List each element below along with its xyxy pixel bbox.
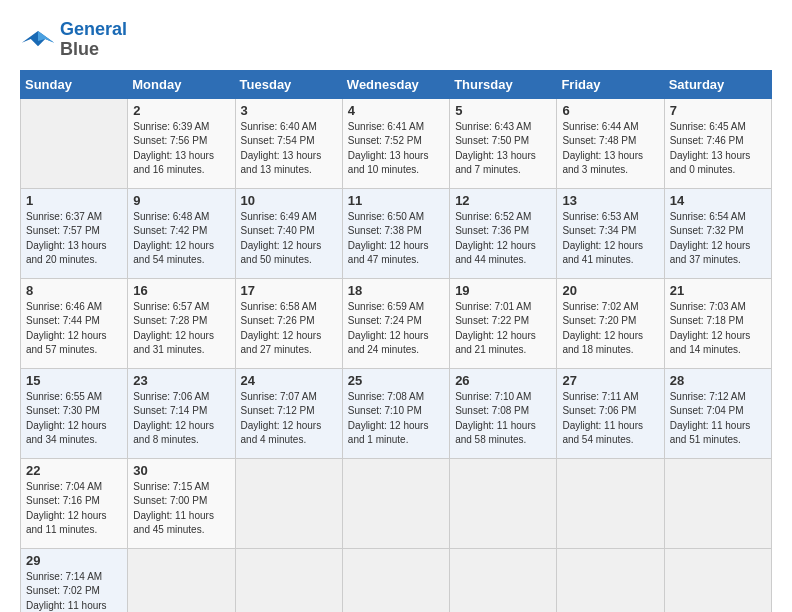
day-number: 14 bbox=[670, 193, 766, 208]
calendar-day-cell: 8Sunrise: 6:46 AMSunset: 7:44 PMDaylight… bbox=[21, 278, 128, 368]
calendar-day-cell: 15Sunrise: 6:55 AMSunset: 7:30 PMDayligh… bbox=[21, 368, 128, 458]
calendar-day-cell: 10Sunrise: 6:49 AMSunset: 7:40 PMDayligh… bbox=[235, 188, 342, 278]
day-info: Sunrise: 6:39 AMSunset: 7:56 PMDaylight:… bbox=[133, 120, 229, 178]
calendar-day-cell bbox=[664, 548, 771, 612]
calendar-day-cell: 21Sunrise: 7:03 AMSunset: 7:18 PMDayligh… bbox=[664, 278, 771, 368]
page-header: GeneralBlue bbox=[20, 20, 772, 60]
day-number: 11 bbox=[348, 193, 444, 208]
day-info: Sunrise: 6:54 AMSunset: 7:32 PMDaylight:… bbox=[670, 210, 766, 268]
day-number: 10 bbox=[241, 193, 337, 208]
calendar-day-cell: 1Sunrise: 6:37 AMSunset: 7:57 PMDaylight… bbox=[21, 188, 128, 278]
calendar-day-cell: 28Sunrise: 7:12 AMSunset: 7:04 PMDayligh… bbox=[664, 368, 771, 458]
day-info: Sunrise: 7:02 AMSunset: 7:20 PMDaylight:… bbox=[562, 300, 658, 358]
calendar-day-cell: 18Sunrise: 6:59 AMSunset: 7:24 PMDayligh… bbox=[342, 278, 449, 368]
calendar-week-row: 22Sunrise: 7:04 AMSunset: 7:16 PMDayligh… bbox=[21, 458, 772, 548]
day-info: Sunrise: 6:45 AMSunset: 7:46 PMDaylight:… bbox=[670, 120, 766, 178]
calendar-day-cell bbox=[235, 548, 342, 612]
calendar-week-row: 8Sunrise: 6:46 AMSunset: 7:44 PMDaylight… bbox=[21, 278, 772, 368]
day-info: Sunrise: 6:41 AMSunset: 7:52 PMDaylight:… bbox=[348, 120, 444, 178]
day-number: 3 bbox=[241, 103, 337, 118]
day-number: 12 bbox=[455, 193, 551, 208]
day-number: 19 bbox=[455, 283, 551, 298]
calendar-day-cell: 6Sunrise: 6:44 AMSunset: 7:48 PMDaylight… bbox=[557, 98, 664, 188]
day-info: Sunrise: 6:55 AMSunset: 7:30 PMDaylight:… bbox=[26, 390, 122, 448]
day-number: 29 bbox=[26, 553, 122, 568]
column-header-thursday: Thursday bbox=[450, 70, 557, 98]
day-number: 25 bbox=[348, 373, 444, 388]
logo-text: GeneralBlue bbox=[60, 20, 127, 60]
column-header-saturday: Saturday bbox=[664, 70, 771, 98]
logo: GeneralBlue bbox=[20, 20, 127, 60]
calendar-week-row: 1Sunrise: 6:37 AMSunset: 7:57 PMDaylight… bbox=[21, 188, 772, 278]
calendar-day-cell: 16Sunrise: 6:57 AMSunset: 7:28 PMDayligh… bbox=[128, 278, 235, 368]
day-info: Sunrise: 6:58 AMSunset: 7:26 PMDaylight:… bbox=[241, 300, 337, 358]
day-info: Sunrise: 6:59 AMSunset: 7:24 PMDaylight:… bbox=[348, 300, 444, 358]
calendar-day-cell bbox=[342, 548, 449, 612]
calendar-day-cell: 25Sunrise: 7:08 AMSunset: 7:10 PMDayligh… bbox=[342, 368, 449, 458]
calendar-week-row: 15Sunrise: 6:55 AMSunset: 7:30 PMDayligh… bbox=[21, 368, 772, 458]
day-number: 16 bbox=[133, 283, 229, 298]
calendar-day-cell bbox=[450, 458, 557, 548]
day-number: 6 bbox=[562, 103, 658, 118]
calendar-day-cell: 11Sunrise: 6:50 AMSunset: 7:38 PMDayligh… bbox=[342, 188, 449, 278]
day-info: Sunrise: 6:52 AMSunset: 7:36 PMDaylight:… bbox=[455, 210, 551, 268]
day-number: 26 bbox=[455, 373, 551, 388]
calendar-day-cell: 24Sunrise: 7:07 AMSunset: 7:12 PMDayligh… bbox=[235, 368, 342, 458]
calendar-day-cell bbox=[557, 548, 664, 612]
day-info: Sunrise: 7:03 AMSunset: 7:18 PMDaylight:… bbox=[670, 300, 766, 358]
column-header-monday: Monday bbox=[128, 70, 235, 98]
calendar-week-row: 29Sunrise: 7:14 AMSunset: 7:02 PMDayligh… bbox=[21, 548, 772, 612]
calendar-day-cell bbox=[450, 548, 557, 612]
calendar-week-row: 2Sunrise: 6:39 AMSunset: 7:56 PMDaylight… bbox=[21, 98, 772, 188]
day-info: Sunrise: 7:07 AMSunset: 7:12 PMDaylight:… bbox=[241, 390, 337, 448]
calendar-day-cell bbox=[235, 458, 342, 548]
column-header-friday: Friday bbox=[557, 70, 664, 98]
day-info: Sunrise: 7:04 AMSunset: 7:16 PMDaylight:… bbox=[26, 480, 122, 538]
calendar-table: SundayMondayTuesdayWednesdayThursdayFrid… bbox=[20, 70, 772, 612]
calendar-day-cell: 22Sunrise: 7:04 AMSunset: 7:16 PMDayligh… bbox=[21, 458, 128, 548]
day-number: 9 bbox=[133, 193, 229, 208]
calendar-day-cell: 5Sunrise: 6:43 AMSunset: 7:50 PMDaylight… bbox=[450, 98, 557, 188]
day-info: Sunrise: 7:15 AMSunset: 7:00 PMDaylight:… bbox=[133, 480, 229, 538]
day-number: 1 bbox=[26, 193, 122, 208]
day-number: 28 bbox=[670, 373, 766, 388]
calendar-day-cell bbox=[128, 548, 235, 612]
column-header-sunday: Sunday bbox=[21, 70, 128, 98]
day-info: Sunrise: 6:53 AMSunset: 7:34 PMDaylight:… bbox=[562, 210, 658, 268]
calendar-day-cell: 29Sunrise: 7:14 AMSunset: 7:02 PMDayligh… bbox=[21, 548, 128, 612]
day-number: 27 bbox=[562, 373, 658, 388]
calendar-day-cell: 19Sunrise: 7:01 AMSunset: 7:22 PMDayligh… bbox=[450, 278, 557, 368]
day-number: 21 bbox=[670, 283, 766, 298]
logo-icon bbox=[20, 26, 56, 54]
day-number: 15 bbox=[26, 373, 122, 388]
day-number: 13 bbox=[562, 193, 658, 208]
column-header-wednesday: Wednesday bbox=[342, 70, 449, 98]
day-info: Sunrise: 6:57 AMSunset: 7:28 PMDaylight:… bbox=[133, 300, 229, 358]
day-info: Sunrise: 7:08 AMSunset: 7:10 PMDaylight:… bbox=[348, 390, 444, 448]
day-info: Sunrise: 6:43 AMSunset: 7:50 PMDaylight:… bbox=[455, 120, 551, 178]
day-number: 8 bbox=[26, 283, 122, 298]
day-info: Sunrise: 6:37 AMSunset: 7:57 PMDaylight:… bbox=[26, 210, 122, 268]
calendar-day-cell: 3Sunrise: 6:40 AMSunset: 7:54 PMDaylight… bbox=[235, 98, 342, 188]
day-info: Sunrise: 7:10 AMSunset: 7:08 PMDaylight:… bbox=[455, 390, 551, 448]
day-number: 2 bbox=[133, 103, 229, 118]
calendar-day-cell bbox=[342, 458, 449, 548]
calendar-day-cell: 14Sunrise: 6:54 AMSunset: 7:32 PMDayligh… bbox=[664, 188, 771, 278]
day-info: Sunrise: 7:14 AMSunset: 7:02 PMDaylight:… bbox=[26, 570, 122, 612]
calendar-day-cell bbox=[21, 98, 128, 188]
day-number: 4 bbox=[348, 103, 444, 118]
day-info: Sunrise: 6:44 AMSunset: 7:48 PMDaylight:… bbox=[562, 120, 658, 178]
day-info: Sunrise: 7:12 AMSunset: 7:04 PMDaylight:… bbox=[670, 390, 766, 448]
day-info: Sunrise: 6:50 AMSunset: 7:38 PMDaylight:… bbox=[348, 210, 444, 268]
calendar-day-cell: 7Sunrise: 6:45 AMSunset: 7:46 PMDaylight… bbox=[664, 98, 771, 188]
calendar-day-cell: 13Sunrise: 6:53 AMSunset: 7:34 PMDayligh… bbox=[557, 188, 664, 278]
day-info: Sunrise: 6:40 AMSunset: 7:54 PMDaylight:… bbox=[241, 120, 337, 178]
day-number: 30 bbox=[133, 463, 229, 478]
calendar-day-cell: 23Sunrise: 7:06 AMSunset: 7:14 PMDayligh… bbox=[128, 368, 235, 458]
day-info: Sunrise: 7:01 AMSunset: 7:22 PMDaylight:… bbox=[455, 300, 551, 358]
day-number: 20 bbox=[562, 283, 658, 298]
day-number: 23 bbox=[133, 373, 229, 388]
day-info: Sunrise: 7:11 AMSunset: 7:06 PMDaylight:… bbox=[562, 390, 658, 448]
calendar-day-cell: 26Sunrise: 7:10 AMSunset: 7:08 PMDayligh… bbox=[450, 368, 557, 458]
day-number: 22 bbox=[26, 463, 122, 478]
